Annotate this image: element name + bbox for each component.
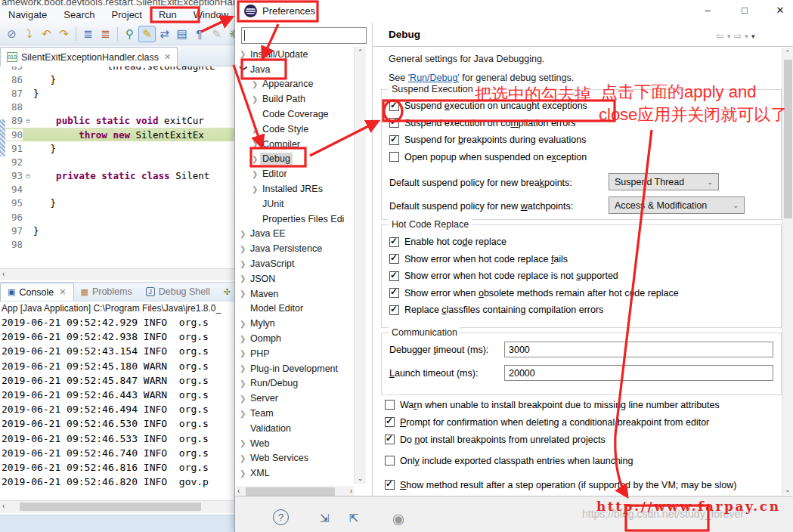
checkbox-row[interactable]: Suspend execution on compilation errors bbox=[389, 115, 587, 132]
forward-icon[interactable]: ⇨ bbox=[733, 30, 742, 42]
chevron-collapsed-icon[interactable]: ❯ bbox=[252, 95, 260, 104]
checkbox-checked-icon[interactable] bbox=[389, 237, 399, 247]
checkbox-unchecked-icon[interactable] bbox=[385, 456, 395, 466]
forward-dropdown-icon[interactable]: ▾ bbox=[745, 32, 748, 40]
tree-item-json[interactable]: ❯JSON bbox=[240, 271, 277, 286]
scroll-right-icon[interactable]: › bbox=[350, 487, 352, 495]
tree-item-run-debug[interactable]: ❯Run/Debug bbox=[240, 376, 300, 391]
scroll-left-icon[interactable]: ‹ bbox=[237, 487, 240, 495]
launch-timeout-input[interactable] bbox=[504, 365, 773, 381]
preferences-filter-input[interactable] bbox=[241, 27, 367, 44]
tree-item-oomph[interactable]: ❯Oomph bbox=[240, 331, 283, 346]
import-preferences-icon[interactable]: ⇲ bbox=[315, 509, 333, 527]
checkbox-checked-icon[interactable] bbox=[389, 271, 399, 281]
chevron-collapsed-icon[interactable]: ❯ bbox=[240, 454, 248, 462]
chevron-collapsed-icon[interactable]: ❯ bbox=[240, 439, 248, 447]
checkbox-checked-icon[interactable] bbox=[385, 480, 395, 490]
tree-item-server[interactable]: ❯Server bbox=[240, 391, 280, 406]
view-menu-icon[interactable]: ▾ bbox=[751, 32, 755, 40]
chevron-collapsed-icon[interactable]: ❯ bbox=[240, 410, 248, 418]
chevron-collapsed-icon[interactable]: ❯ bbox=[240, 230, 248, 238]
tree-item-java-persistence[interactable]: ❯Java Persistence bbox=[240, 241, 324, 256]
chevron-collapsed-icon[interactable]: ❯ bbox=[240, 289, 248, 298]
tree-item-installed-jres[interactable]: ❯Installed JREs bbox=[252, 181, 325, 196]
menu-item-run[interactable]: Run bbox=[150, 8, 185, 22]
tab-close-icon[interactable]: ✕ bbox=[59, 287, 66, 297]
checkbox-row[interactable]: Open popup when suspended on exception bbox=[389, 149, 587, 166]
run-to-line-icon[interactable]: ↷ bbox=[55, 26, 73, 42]
scroll-down-icon[interactable]: ⌄ bbox=[782, 486, 793, 493]
tree-item-debug[interactable]: ❯Debug bbox=[252, 152, 293, 167]
checkbox-row[interactable]: Warn when unable to install breakpoint d… bbox=[385, 396, 789, 413]
help-icon[interactable]: ? bbox=[273, 509, 289, 525]
show-selected-element-icon[interactable]: ▤ bbox=[173, 26, 191, 42]
checkbox-row[interactable]: Show error when obsolete methods remain … bbox=[389, 285, 679, 302]
tree-item-maven[interactable]: ❯Maven bbox=[240, 286, 281, 302]
tree-item-web[interactable]: ❯Web bbox=[240, 436, 271, 451]
scroll-left-icon[interactable]: ‹ bbox=[2, 270, 5, 278]
show-whitespace-icon[interactable]: ¶ bbox=[191, 26, 208, 42]
menu-item-search[interactable]: Search bbox=[55, 8, 103, 22]
scroll-left-icon[interactable]: ‹ bbox=[2, 502, 5, 510]
last-edit-location-icon[interactable]: ⚲ bbox=[121, 26, 138, 42]
console-view-tab-console[interactable]: ▣Console✕ bbox=[0, 283, 74, 301]
maximize-button[interactable]: □ bbox=[736, 3, 753, 18]
tree-item-mylyn[interactable]: ❯Mylyn bbox=[240, 316, 277, 331]
watchpoint-policy-select[interactable]: Access & Modification⌄ bbox=[609, 196, 745, 214]
chevron-collapsed-icon[interactable]: ❯ bbox=[252, 140, 260, 148]
tree-item-php[interactable]: ❯PHP bbox=[240, 346, 272, 361]
minimize-button[interactable]: – bbox=[699, 3, 716, 18]
menu-item-window[interactable]: Window bbox=[185, 8, 237, 22]
chevron-collapsed-icon[interactable]: ❯ bbox=[252, 185, 260, 193]
console-horizontal-scrollbar[interactable]: ‹ bbox=[0, 500, 234, 513]
chevron-collapsed-icon[interactable]: ❯ bbox=[240, 394, 248, 403]
back-dropdown-icon[interactable]: ▾ bbox=[727, 32, 731, 40]
tree-item-web-services[interactable]: ❯Web Services bbox=[240, 451, 311, 466]
checkbox-checked-icon[interactable] bbox=[389, 288, 399, 298]
chevron-collapsed-icon[interactable]: ❯ bbox=[240, 274, 248, 283]
tree-item-team[interactable]: ❯Team bbox=[240, 406, 276, 421]
record-preferences-icon[interactable]: ◉ bbox=[389, 509, 407, 527]
editor-tab[interactable]: 010 SilentExitExceptionHandler.class ✕ bbox=[0, 47, 178, 66]
debugger-timeout-input[interactable] bbox=[504, 342, 773, 357]
mark-occurrences-icon[interactable]: ✎ bbox=[138, 26, 156, 42]
chevron-collapsed-icon[interactable]: ❯ bbox=[240, 469, 248, 478]
checkbox-row[interactable]: Show error when hot code replace fails bbox=[389, 251, 679, 268]
tree-vertical-scrollbar[interactable]: ⌃ ⌄ bbox=[354, 47, 366, 484]
tree-item-model-editor[interactable]: Model Editor bbox=[240, 302, 305, 317]
console-view-tab-debug-shell[interactable]: JDebug Shell bbox=[139, 283, 217, 301]
back-icon[interactable]: ⇦ bbox=[716, 30, 724, 42]
scroll-up-icon[interactable]: ⌃ bbox=[355, 48, 366, 56]
scroll-up-icon[interactable]: ⌃ bbox=[782, 49, 793, 57]
checkbox-row[interactable]: Only include exported classpath entries … bbox=[385, 452, 789, 469]
editor-horizontal-scrollbar[interactable]: ‹ bbox=[0, 268, 234, 280]
checkbox-row[interactable]: Prompt for confirmation when deleting a … bbox=[385, 413, 789, 431]
panel-vertical-scrollbar[interactable]: ⌃ ⌄ bbox=[782, 48, 793, 495]
tree-item-junit[interactable]: JUnit bbox=[252, 196, 286, 212]
chevron-collapsed-icon[interactable]: ❯ bbox=[252, 80, 260, 88]
chevron-collapsed-icon[interactable]: ❯ bbox=[240, 379, 248, 388]
checkbox-checked-icon[interactable] bbox=[389, 101, 399, 111]
scrollbar-thumb[interactable] bbox=[246, 487, 335, 496]
checkbox-row[interactable]: Replace classfiles containing compilatio… bbox=[389, 302, 679, 319]
tree-item-code-style[interactable]: ❯Code Style bbox=[252, 122, 311, 137]
drop-to-frame-icon[interactable]: ⤵ bbox=[20, 26, 38, 42]
fold-icon[interactable]: ⊖ bbox=[23, 116, 33, 125]
tree-item-compiler[interactable]: ❯Compiler bbox=[252, 137, 302, 152]
tab-close-icon[interactable]: ✕ bbox=[164, 52, 171, 62]
checkbox-checked-icon[interactable] bbox=[389, 254, 399, 264]
chevron-collapsed-icon[interactable]: ❯ bbox=[240, 260, 248, 268]
checkbox-unchecked-icon[interactable] bbox=[389, 152, 399, 162]
checkbox-row[interactable]: Suspend for breakpoints during evaluatio… bbox=[389, 131, 587, 149]
run-debug-link[interactable]: 'Run/Debug' bbox=[408, 73, 460, 83]
skip-all-breakpoints-icon[interactable]: ⊘ bbox=[3, 26, 20, 42]
checkbox-checked-icon[interactable] bbox=[385, 435, 395, 444]
tree-item-editor[interactable]: ❯Editor bbox=[252, 166, 290, 181]
chevron-collapsed-icon[interactable]: ❯ bbox=[240, 320, 248, 328]
expand-all-icon[interactable]: ≣ bbox=[97, 26, 114, 42]
checkbox-row[interactable]: Show method result after a step operatio… bbox=[385, 476, 789, 493]
collapse-all-icon[interactable]: ≣ bbox=[79, 26, 97, 42]
scroll-down-icon[interactable]: ⌄ bbox=[355, 475, 366, 482]
tree-item-appearance[interactable]: ❯Appearance bbox=[252, 77, 315, 92]
chevron-collapsed-icon[interactable]: ❯ bbox=[252, 125, 260, 133]
